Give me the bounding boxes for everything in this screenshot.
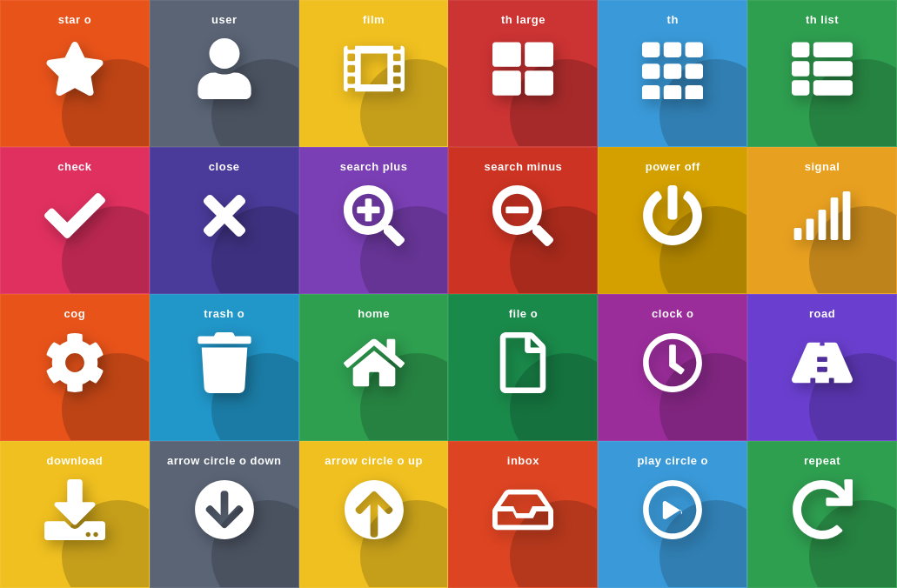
cell-check[interactable]: check bbox=[0, 147, 150, 294]
label-user: user bbox=[211, 13, 237, 26]
label-inbox: inbox bbox=[507, 454, 539, 467]
label-play-circle-o: play circle o bbox=[637, 454, 708, 467]
cell-arrow-circle-o-up[interactable]: arrow circle o up bbox=[299, 441, 449, 588]
th-icon bbox=[642, 38, 703, 99]
label-power-off: power off bbox=[646, 160, 700, 173]
download-icon bbox=[44, 479, 105, 540]
film-icon bbox=[344, 38, 405, 99]
label-arrow-circle-o-down: arrow circle o down bbox=[167, 454, 282, 467]
inbox-icon bbox=[492, 479, 553, 540]
arrow-circle-down-icon bbox=[194, 479, 255, 540]
cell-road[interactable]: road bbox=[747, 294, 897, 441]
cell-home[interactable]: home bbox=[299, 294, 449, 441]
cell-clock-o[interactable]: clock o bbox=[598, 294, 747, 441]
cell-signal[interactable]: signal bbox=[747, 147, 897, 294]
cell-th[interactable]: th bbox=[598, 0, 747, 147]
cell-search-plus[interactable]: search plus bbox=[299, 147, 449, 294]
th-large-icon bbox=[492, 38, 553, 99]
label-clock-o: clock o bbox=[652, 307, 693, 320]
label-close: close bbox=[209, 160, 240, 173]
repeat-icon bbox=[792, 479, 853, 540]
file-icon bbox=[492, 332, 553, 393]
clock-icon bbox=[642, 332, 703, 393]
cell-th-list[interactable]: th list bbox=[747, 0, 897, 147]
cell-th-large[interactable]: th large bbox=[448, 0, 598, 147]
cell-download[interactable]: download bbox=[0, 441, 150, 588]
arrow-circle-up-icon bbox=[344, 479, 405, 540]
cell-cog[interactable]: cog bbox=[0, 294, 150, 441]
label-search-minus: search minus bbox=[484, 160, 562, 173]
label-check: check bbox=[57, 160, 91, 173]
label-search-plus: search plus bbox=[340, 160, 408, 173]
label-th: th bbox=[667, 13, 679, 26]
star-o-icon bbox=[44, 38, 105, 99]
close-icon bbox=[194, 185, 255, 246]
cell-repeat[interactable]: repeat bbox=[747, 441, 897, 588]
label-film: film bbox=[363, 13, 385, 26]
label-repeat: repeat bbox=[804, 454, 840, 467]
cell-inbox[interactable]: inbox bbox=[448, 441, 598, 588]
road-icon bbox=[792, 332, 853, 393]
label-th-large: th large bbox=[501, 13, 546, 26]
check-icon bbox=[44, 185, 105, 246]
cell-trash-o[interactable]: trash o bbox=[150, 294, 299, 441]
label-file-o: file o bbox=[509, 307, 538, 320]
home-icon bbox=[344, 332, 405, 393]
trash-icon bbox=[194, 332, 255, 393]
cell-film[interactable]: film bbox=[299, 0, 449, 147]
label-th-list: th list bbox=[806, 13, 839, 26]
cog-icon bbox=[44, 332, 105, 393]
label-home: home bbox=[358, 307, 390, 320]
cell-search-minus[interactable]: search minus bbox=[448, 147, 598, 294]
label-star-o: star o bbox=[58, 13, 91, 26]
label-signal: signal bbox=[805, 160, 840, 173]
label-arrow-circle-o-up: arrow circle o up bbox=[325, 454, 423, 467]
user-icon bbox=[194, 38, 255, 99]
cell-arrow-circle-o-down[interactable]: arrow circle o down bbox=[150, 441, 299, 588]
cell-user[interactable]: user bbox=[150, 0, 299, 147]
search-minus-icon bbox=[492, 185, 553, 246]
power-off-icon bbox=[642, 185, 703, 246]
cell-play-circle-o[interactable]: play circle o bbox=[598, 441, 747, 588]
label-trash-o: trash o bbox=[204, 307, 244, 320]
label-download: download bbox=[47, 454, 104, 467]
cell-star-o[interactable]: star o bbox=[0, 0, 150, 147]
cell-power-off[interactable]: power off bbox=[598, 147, 747, 294]
icon-grid: star o user film th large th th list che… bbox=[0, 0, 897, 588]
cell-close[interactable]: close bbox=[150, 147, 299, 294]
th-list-icon bbox=[792, 38, 853, 99]
cell-file-o[interactable]: file o bbox=[448, 294, 598, 441]
search-plus-icon bbox=[344, 185, 405, 246]
label-road: road bbox=[809, 307, 835, 320]
signal-icon bbox=[792, 185, 853, 246]
play-circle-icon bbox=[642, 479, 703, 540]
label-cog: cog bbox=[64, 307, 86, 320]
